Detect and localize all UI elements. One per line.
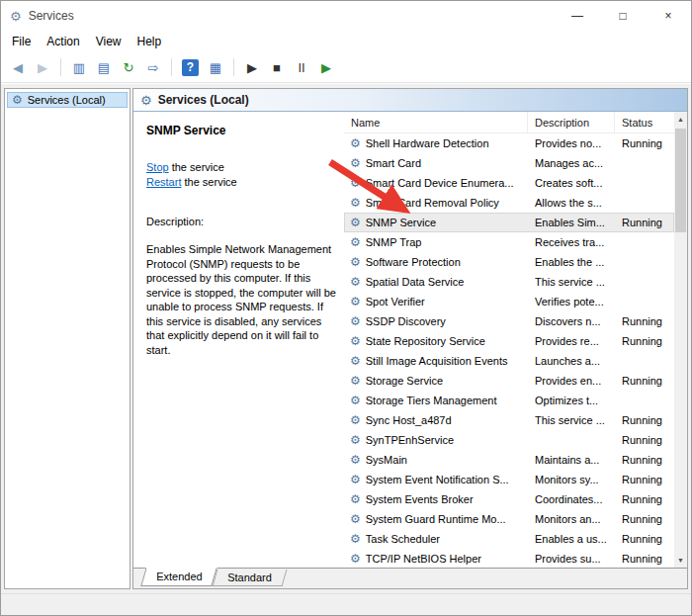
service-row[interactable]: ⚙State Repository ServiceProvides re...R… (344, 331, 674, 351)
service-gear-icon: ⚙ (350, 236, 361, 248)
maximize-button[interactable]: □ (600, 1, 646, 31)
toolbar-separator (60, 58, 61, 76)
service-gear-icon: ⚙ (350, 256, 361, 268)
service-gear-icon: ⚙ (350, 335, 361, 347)
service-description: Manages ac... (528, 157, 615, 169)
service-row[interactable]: ⚙SysMainMaintains a...Running (344, 450, 674, 470)
scrollbar-track[interactable] (674, 127, 687, 553)
service-row[interactable]: ⚙Smart Card Device Enumera...Creates sof… (344, 173, 674, 193)
stop-service-icon[interactable]: ■ (266, 56, 288, 78)
service-description: Discovers n... (528, 315, 615, 327)
vertical-scrollbar[interactable]: ▲ ▼ (674, 112, 687, 568)
stop-service-link[interactable]: Stop (146, 161, 169, 173)
back-icon[interactable]: ◀ (7, 56, 29, 78)
stop-suffix: the service (169, 161, 224, 173)
service-gear-icon: ⚙ (350, 276, 361, 288)
restart-service-icon[interactable]: ▶ (315, 56, 337, 78)
service-status: Running (615, 474, 674, 485)
service-row[interactable]: ⚙Task SchedulerEnables a us...Running (344, 529, 674, 549)
service-description: Enables a us... (528, 533, 615, 545)
service-gear-icon: ⚙ (350, 296, 361, 308)
service-row[interactable]: ⚙Smart Card Removal PolicyAllows the s..… (344, 193, 674, 213)
services-window: ⚙ Services — □ × FileActionViewHelp ◀▶▥▤… (0, 0, 692, 616)
service-row[interactable]: ⚙SNMP ServiceEnables Sim...Running (344, 213, 674, 232)
service-row[interactable]: ⚙Smart CardManages ac... (344, 153, 674, 173)
menu-view[interactable]: View (88, 32, 130, 51)
minimize-button[interactable]: — (555, 1, 600, 31)
title-bar[interactable]: ⚙ Services — □ × (1, 1, 691, 31)
service-row[interactable]: ⚙System Events BrokerCoordinates...Runni… (344, 489, 674, 509)
service-description: Verifies pote... (528, 296, 615, 308)
service-name: Spot Verifier (366, 296, 425, 308)
column-header-status[interactable]: Status (615, 112, 674, 132)
service-row[interactable]: ⚙Software ProtectionEnables the ... (344, 252, 674, 272)
column-header-name[interactable]: Name (344, 112, 528, 132)
menu-help[interactable]: Help (130, 32, 170, 51)
scrollbar-thumb[interactable] (675, 129, 686, 232)
service-name: State Repository Service (366, 335, 485, 347)
service-name: SNMP Service (366, 217, 436, 228)
start-service-icon[interactable]: ▶ (241, 56, 263, 78)
tab-standard[interactable]: Standard (213, 570, 288, 586)
help-icon[interactable]: ? (182, 59, 199, 76)
service-gear-icon: ⚙ (350, 217, 361, 228)
column-header-description[interactable]: Description (528, 112, 615, 132)
scroll-down-icon[interactable]: ▼ (674, 553, 687, 568)
service-name: TCP/IP NetBIOS Helper (366, 553, 481, 565)
tab-extended[interactable]: Extended (140, 568, 217, 586)
service-row[interactable]: ⚙System Event Notification S...Monitors … (344, 470, 674, 489)
service-name: System Events Broker (366, 493, 474, 505)
service-row[interactable]: ⚙Still Image Acquisition EventsLaunches … (344, 351, 674, 371)
list-header: Name Description Status (344, 112, 674, 133)
toolbar-separator (233, 58, 234, 76)
tree-item-services-local[interactable]: ⚙ Services (Local) (7, 92, 128, 108)
service-description: Coordinates... (528, 493, 615, 505)
refresh-icon[interactable]: ↻ (118, 56, 139, 78)
content-panel: ⚙ Services (Local) SNMP Service Stop the… (132, 88, 688, 589)
service-name: Still Image Acquisition Events (366, 355, 508, 367)
toolbar-separator (171, 58, 172, 76)
pause-service-icon[interactable]: II (291, 56, 312, 78)
service-status: Running (615, 217, 674, 228)
show-console-tree-icon[interactable]: ▥ (68, 56, 90, 78)
close-button[interactable]: × (646, 1, 691, 31)
service-row[interactable]: ⚙SNMP TrapReceives tra... (344, 232, 674, 252)
scroll-up-icon[interactable]: ▲ (674, 112, 687, 127)
service-status: Running (615, 513, 674, 525)
properties-icon[interactable]: ▤ (93, 56, 115, 78)
service-row[interactable]: ⚙Shell Hardware DetectionProvides no...R… (344, 133, 674, 153)
banner-gear-icon: ⚙ (140, 94, 152, 107)
service-name: Smart Card Device Enumera... (366, 177, 514, 189)
menu-file[interactable]: File (4, 32, 39, 51)
extended-view-icon[interactable]: ▦ (205, 56, 226, 78)
export-list-icon[interactable]: ⇨ (142, 56, 164, 78)
service-row[interactable]: ⚙Sync Host_a487dThis service ...Running (344, 410, 674, 430)
service-row[interactable]: ⚙Spot VerifierVerifies pote... (344, 292, 674, 311)
service-description: Provides no... (528, 137, 615, 149)
service-row[interactable]: ⚙TCP/IP NetBIOS HelperProvides su...Runn… (344, 549, 674, 568)
service-gear-icon: ⚙ (350, 414, 361, 426)
service-row[interactable]: ⚙System Guard Runtime Mo...Monitors an..… (344, 509, 674, 529)
service-gear-icon: ⚙ (350, 315, 361, 327)
service-name: SysMain (366, 454, 407, 466)
service-status: Running (615, 315, 674, 327)
toolbar: ◀▶▥▤↻⇨?▦▶■II▶ (1, 52, 691, 83)
service-row[interactable]: ⚙SSDP DiscoveryDiscovers n...Running (344, 311, 674, 331)
service-row[interactable]: ⚙SynTPEnhServiceRunning (344, 430, 674, 450)
service-gear-icon: ⚙ (350, 513, 361, 525)
detail-pane: SNMP Service Stop the service Restart th… (133, 112, 344, 568)
content-banner: ⚙ Services (Local) (133, 89, 687, 112)
service-description: Provides en... (528, 375, 615, 387)
service-gear-icon: ⚙ (350, 197, 361, 209)
service-row[interactable]: ⚙Spatial Data ServiceThis service ... (344, 272, 674, 292)
service-row[interactable]: ⚙Storage Tiers ManagementOptimizes t... (344, 391, 674, 410)
forward-icon[interactable]: ▶ (32, 56, 53, 78)
menu-action[interactable]: Action (39, 32, 87, 51)
service-row[interactable]: ⚙Storage ServiceProvides en...Running (344, 371, 674, 391)
service-status: Running (615, 414, 674, 426)
service-gear-icon: ⚙ (350, 493, 361, 505)
services-rows: ⚙Shell Hardware DetectionProvides no...R… (344, 133, 674, 568)
service-description: This service ... (528, 276, 615, 288)
service-name: Smart Card Removal Policy (366, 197, 499, 209)
restart-service-link[interactable]: Restart (146, 176, 181, 188)
